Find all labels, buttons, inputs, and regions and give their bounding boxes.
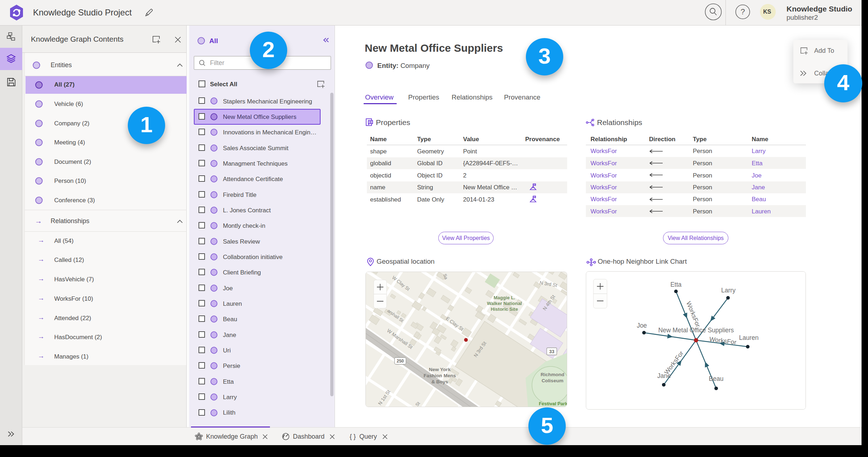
svg-text:New York: New York xyxy=(429,367,451,372)
svg-text:Historic Site: Historic Site xyxy=(491,306,518,312)
svg-text:Joe: Joe xyxy=(637,322,647,329)
svg-text:Festival Park: Festival Park xyxy=(539,401,567,406)
svg-text:Beau: Beau xyxy=(709,375,724,382)
svg-text:& Boys: & Boys xyxy=(431,379,448,384)
svg-text:250: 250 xyxy=(397,359,404,364)
svg-text:33: 33 xyxy=(549,349,554,354)
svg-text:Walker National: Walker National xyxy=(487,301,522,306)
svg-text:?: ? xyxy=(741,7,745,16)
svg-text:Larry: Larry xyxy=(721,287,736,294)
svg-text:Coliseum: Coliseum xyxy=(542,378,564,383)
svg-text:Etta: Etta xyxy=(670,281,681,288)
svg-text:Maggie L.: Maggie L. xyxy=(494,295,515,300)
svg-text:Lauren: Lauren xyxy=(739,334,759,341)
svg-text:Fashion Mens: Fashion Mens xyxy=(424,373,456,378)
svg-text:Richmond: Richmond xyxy=(541,372,564,377)
